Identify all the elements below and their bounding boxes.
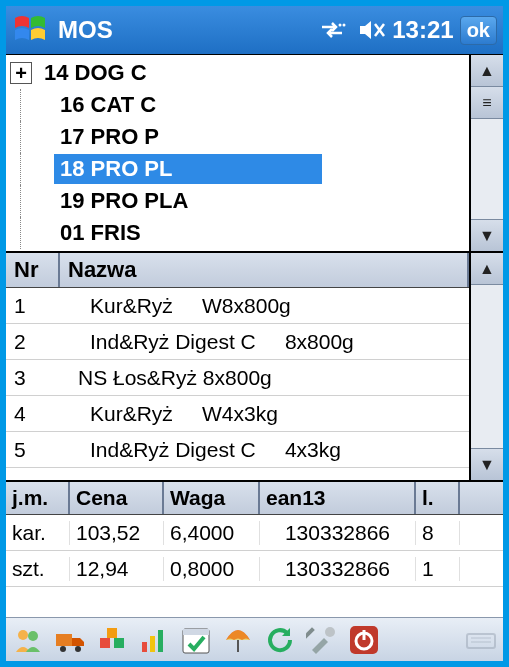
products-scrollbar[interactable]: ▲ ▼ (469, 253, 503, 480)
svg-point-5 (60, 646, 66, 652)
scroll-down-icon[interactable]: ▼ (471, 219, 503, 251)
svg-rect-10 (142, 642, 147, 652)
cell-nazwa: Kur&Ryż W8x800g (60, 294, 469, 318)
products-header: Nr Nazwa (6, 253, 469, 288)
cell-nr: 3 (6, 366, 60, 390)
svg-rect-4 (56, 634, 72, 646)
content-area: + 14 DOG C 16 CAT C 17 PRO P 18 PRO PL (6, 54, 503, 617)
svg-point-1 (343, 24, 346, 27)
svg-point-6 (75, 646, 81, 652)
cell-l: 8 (416, 521, 460, 545)
table-row[interactable]: szt. 12,94 0,8000 130332866 1 (6, 551, 503, 587)
keyboard-icon[interactable] (465, 624, 497, 656)
cell-nazwa: Kur&Ryż W4x3kg (60, 402, 469, 426)
scroll-track[interactable] (471, 119, 503, 219)
tree-item-label: 18 PRO PL (54, 154, 322, 184)
table-row[interactable]: 1 Kur&Ryż W8x800g (6, 288, 469, 324)
calendar-check-icon[interactable] (180, 624, 212, 656)
scroll-up-icon[interactable]: ▲ (471, 55, 503, 87)
cell-nr: 4 (6, 402, 60, 426)
svg-point-0 (339, 24, 342, 27)
svg-point-16 (325, 627, 335, 637)
scroll-down-icon[interactable]: ▼ (471, 448, 503, 480)
table-row[interactable]: 5 Ind&Ryż Digest C 4x3kg (6, 432, 469, 468)
table-row[interactable]: kar. 103,52 6,4000 130332866 8 (6, 515, 503, 551)
tree-item[interactable]: 01 FRIS (6, 217, 469, 249)
chart-icon[interactable] (138, 624, 170, 656)
cell-nr: 2 (6, 330, 60, 354)
products-pane: Nr Nazwa 1 Kur&Ryż W8x800g 2 Ind&Ryż Dig… (6, 253, 503, 482)
col-ean-header[interactable]: ean13 (260, 482, 416, 514)
svg-rect-7 (100, 638, 110, 648)
cell-nazwa: NS Łos&Ryż 8x800g (60, 366, 469, 390)
scroll-up-icon[interactable]: ▲ (471, 253, 503, 285)
tree-item[interactable]: 19 PRO PLA (6, 185, 469, 217)
products-table[interactable]: Nr Nazwa 1 Kur&Ryż W8x800g 2 Ind&Ryż Dig… (6, 253, 469, 480)
tools-icon[interactable] (306, 624, 338, 656)
boxes-icon[interactable] (96, 624, 128, 656)
scroll-track[interactable] (471, 285, 503, 448)
cell-ean: 130332866 (260, 557, 416, 581)
table-row[interactable]: 4 Kur&Ryż W4x3kg (6, 396, 469, 432)
col-nr-header[interactable]: Nr (6, 253, 60, 287)
svg-point-3 (28, 631, 38, 641)
clock-label: 13:21 (392, 16, 453, 44)
tree-item-label: 16 CAT C (54, 90, 162, 120)
tree-scrollbar[interactable]: ▲ ≡ ▼ (469, 55, 503, 251)
cell-jm: szt. (6, 557, 70, 581)
tree-item-label: 19 PRO PLA (54, 186, 194, 216)
cell-cena: 12,94 (70, 557, 164, 581)
col-cena-header[interactable]: Cena (70, 482, 164, 514)
cell-cena: 103,52 (70, 521, 164, 545)
connectivity-icon[interactable] (318, 19, 346, 41)
col-jm-header[interactable]: j.m. (6, 482, 70, 514)
tree-item[interactable]: 16 CAT C (6, 89, 469, 121)
svg-rect-12 (158, 630, 163, 652)
svg-rect-11 (150, 636, 155, 652)
expand-icon[interactable]: + (10, 62, 32, 84)
cell-nazwa: Ind&Ryż Digest C 4x3kg (60, 438, 469, 462)
units-header: j.m. Cena Waga ean13 l. (6, 482, 503, 515)
category-tree[interactable]: + 14 DOG C 16 CAT C 17 PRO P 18 PRO PL (6, 55, 469, 251)
tree-item-label: 17 PRO P (54, 122, 165, 152)
tree-item-label: 01 FRIS (54, 218, 147, 248)
start-flag-icon[interactable] (12, 12, 48, 48)
cell-ean: 130332866 (260, 521, 416, 545)
category-tree-pane: + 14 DOG C 16 CAT C 17 PRO P 18 PRO PL (6, 55, 503, 253)
cell-nazwa: Ind&Ryż Digest C 8x800g (60, 330, 469, 354)
app-window: MOS 13:21 ok + 14 DOG C (0, 0, 509, 667)
col-waga-header[interactable]: Waga (164, 482, 260, 514)
tree-item[interactable]: 17 PRO P (6, 121, 469, 153)
cell-nr: 5 (6, 438, 60, 462)
tree-item-selected[interactable]: 18 PRO PL (6, 153, 469, 185)
power-icon[interactable] (348, 624, 380, 656)
units-pane: j.m. Cena Waga ean13 l. kar. 103,52 6,40… (6, 482, 503, 587)
cell-l: 1 (416, 557, 460, 581)
cell-waga: 0,8000 (164, 557, 260, 581)
col-nazwa-header[interactable]: Nazwa (60, 253, 469, 287)
users-icon[interactable] (12, 624, 44, 656)
svg-rect-17 (306, 627, 315, 641)
truck-icon[interactable] (54, 624, 86, 656)
umbrella-icon[interactable] (222, 624, 254, 656)
tree-guide (20, 217, 48, 249)
tree-guide (20, 153, 48, 185)
svg-point-2 (18, 630, 28, 640)
svg-rect-8 (114, 638, 124, 648)
refresh-icon[interactable] (264, 624, 296, 656)
app-title: MOS (58, 16, 113, 44)
ok-button[interactable]: ok (460, 16, 497, 45)
volume-muted-icon[interactable] (358, 19, 386, 41)
svg-rect-9 (107, 628, 117, 638)
units-table[interactable]: j.m. Cena Waga ean13 l. kar. 103,52 6,40… (6, 482, 503, 587)
tree-guide (20, 185, 48, 217)
table-row[interactable]: 3 NS Łos&Ryż 8x800g (6, 360, 469, 396)
tree-guide (20, 89, 48, 121)
col-l-header[interactable]: l. (416, 482, 460, 514)
table-row[interactable]: 2 Ind&Ryż Digest C 8x800g (6, 324, 469, 360)
scroll-grip-icon[interactable]: ≡ (471, 87, 503, 119)
tree-item[interactable]: + 14 DOG C (6, 57, 469, 89)
svg-rect-14 (183, 629, 209, 635)
cell-jm: kar. (6, 521, 70, 545)
bottom-toolbar (6, 617, 503, 661)
